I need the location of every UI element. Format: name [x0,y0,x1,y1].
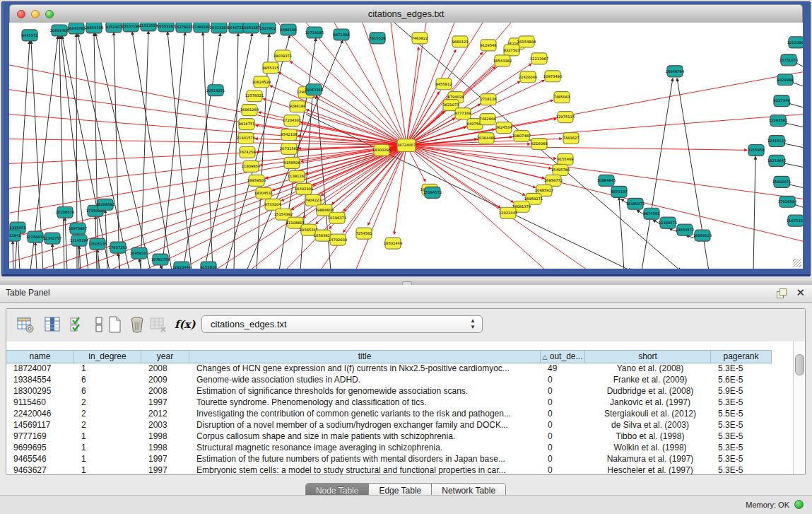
graph-node[interactable]: 20206576 [56,206,74,218]
graph-node[interactable]: 11381261 [288,170,306,182]
network-canvas[interactable]: 1872400718039371965531520624528125783211… [9,23,803,269]
graph-node[interactable]: 12023445 [499,207,517,218]
trash-icon[interactable] [128,315,146,334]
graph-node[interactable]: 20364486 [477,133,495,144]
graph-node[interactable]: 16531449 [384,238,402,249]
graph-node[interactable]: 12923448 [172,262,191,269]
graph-node[interactable]: 9286186 [289,101,305,112]
graph-node[interactable]: 7463822 [411,33,428,44]
graph-node[interactable]: 18543382 [493,55,512,66]
graph-node[interactable]: 10973493 [543,71,562,82]
graph-node[interactable]: 12093582 [769,115,787,127]
graph-node[interactable]: 9155469 [557,153,573,165]
network-graph[interactable]: 1872400718039371965531520624528125783211… [9,23,803,269]
graph-node[interactable]: 10807487 [512,131,531,142]
graph-node[interactable]: 12975115 [556,112,575,123]
graph-node[interactable]: 6879197 [611,186,627,197]
float-panel-icon[interactable] [777,288,787,298]
graph-node[interactable]: 9616751 [238,119,254,130]
graph-node[interactable]: 6216069 [531,139,547,150]
table-row[interactable]: 977716911998Corpus callosum shape and si… [6,431,794,443]
graph-node[interactable]: 18304531 [254,187,273,199]
graph-node[interactable]: 10719185 [305,27,324,38]
graph-nodes[interactable]: 1872400718039371965531520624528125783211… [9,23,803,269]
column-header-year[interactable]: year [141,350,189,363]
table-row[interactable]: 969969511998Structural magnetic resonanc… [6,443,794,454]
node-table[interactable]: namein_degreeyeartitle△ out_de...shortpa… [6,341,794,474]
table-row[interactable]: 1938455462009Genome-wide association stu… [6,375,794,386]
graph-node[interactable]: 10984845 [597,175,616,186]
table-settings-icon[interactable] [16,315,35,334]
graph-node[interactable]: 16492309 [295,183,313,194]
graph-node[interactable]: 7674258 [239,146,255,158]
graph-node[interactable]: 15495786 [551,164,570,175]
graph-node[interactable]: 17957253 [109,242,127,253]
graph-node[interactable]: 9660123 [452,36,468,47]
graph-node[interactable]: 12578321 [245,90,264,102]
graph-node[interactable]: 2718126 [480,94,496,105]
graph-node[interactable]: 3624534 [495,122,512,134]
graph-node[interactable]: 16959503 [247,175,266,186]
table-vertical-scrollbar[interactable] [793,341,805,474]
memory-status-indicator[interactable] [794,500,804,509]
graph-node[interactable]: 22420046 [519,71,537,83]
graph-node[interactable]: 16958107 [130,247,148,259]
graph-node[interactable]: 9152407 [105,23,122,33]
graph-node[interactable]: 16043781 [67,23,86,34]
graph-node[interactable]: 7485063 [553,92,570,103]
graph-node[interactable]: 7463627 [563,133,579,144]
table-row[interactable]: 911546021997Tourette syndrome. Phenomeno… [6,397,794,409]
graph-node[interactable]: 17204301 [283,115,301,127]
graph-node[interactable]: 3915941 [9,230,21,241]
graph-node[interactable]: 16154808 [517,36,536,47]
graph-node[interactable]: 10553287 [157,23,175,32]
graph-node[interactable]: 20537198 [122,23,140,32]
graph-node[interactable]: 10196371 [328,212,346,223]
graph-node[interactable]: 20313204 [210,23,229,33]
graph-node[interactable]: 15692071 [772,176,791,187]
scrollbar-thumb[interactable] [795,354,804,375]
graph-node[interactable]: 18206591 [96,199,114,210]
graph-node[interactable]: 9155810 [200,262,216,269]
graph-node[interactable]: 7462606 [479,114,495,125]
graph-node[interactable]: 15276021 [175,23,193,33]
table-body[interactable]: 1872400712008Changes of HCN gene express… [6,363,794,474]
graph-node[interactable]: 20513251 [206,85,225,96]
graph-node[interactable]: 16210645 [767,155,786,166]
table-row[interactable]: 1830029562008Estimation of significance … [6,386,794,397]
table-row[interactable]: 946362711997Embryonic stem cells: a mode… [6,465,794,474]
graph-node[interactable]: 15751074 [779,54,799,66]
graph-node[interactable]: 16061264 [240,105,259,116]
graph-node[interactable]: 6671358 [333,29,349,40]
canvas-resize-grip[interactable] [793,259,801,267]
graph-node[interactable]: 9435572 [21,30,37,41]
graph-node[interactable]: 15184572 [423,187,442,198]
graph-node[interactable]: 16975887 [69,223,87,234]
graph-node[interactable]: 11675338 [787,215,803,226]
graph-node[interactable]: 14702039 [329,234,347,245]
graph-node[interactable]: 9158506 [283,157,300,168]
graph-node[interactable]: 18039371 [273,50,292,62]
graph-node[interactable]: 11312519 [139,23,158,31]
graph-node[interactable]: 16959123 [693,230,712,241]
column-header-short[interactable]: short [585,350,711,363]
graph-node[interactable]: 10653287 [242,23,260,33]
table-selector-dropdown[interactable]: citations_edges.txt ▲▼ [201,315,483,333]
new-document-icon[interactable] [105,315,124,334]
graph-node[interactable]: 7615526 [369,33,385,44]
graph-node[interactable]: 20053346 [305,84,323,95]
graph-node[interactable]: 12123904 [787,37,803,48]
graph-node[interactable]: 8542108 [281,129,297,141]
column-header-in_degree[interactable]: in_degree [74,350,141,363]
graph-node[interactable]: 20624528 [252,76,271,88]
window-titlebar[interactable]: citations_edges.txt [9,4,803,24]
graph-node[interactable]: 20853198 [85,23,103,33]
graph-node[interactable]: 9777169 [454,108,471,119]
graph-node[interactable]: 7254561 [355,228,372,239]
graph-node[interactable]: 16189371 [626,198,645,209]
graph-node[interactable]: 10834572 [676,224,694,235]
graph-node[interactable]: 18300295 [372,145,391,156]
function-builder-icon[interactable]: f(x) [175,318,193,337]
column-header-name[interactable]: name [6,350,74,363]
graph-node[interactable]: 1215958 [748,145,764,156]
